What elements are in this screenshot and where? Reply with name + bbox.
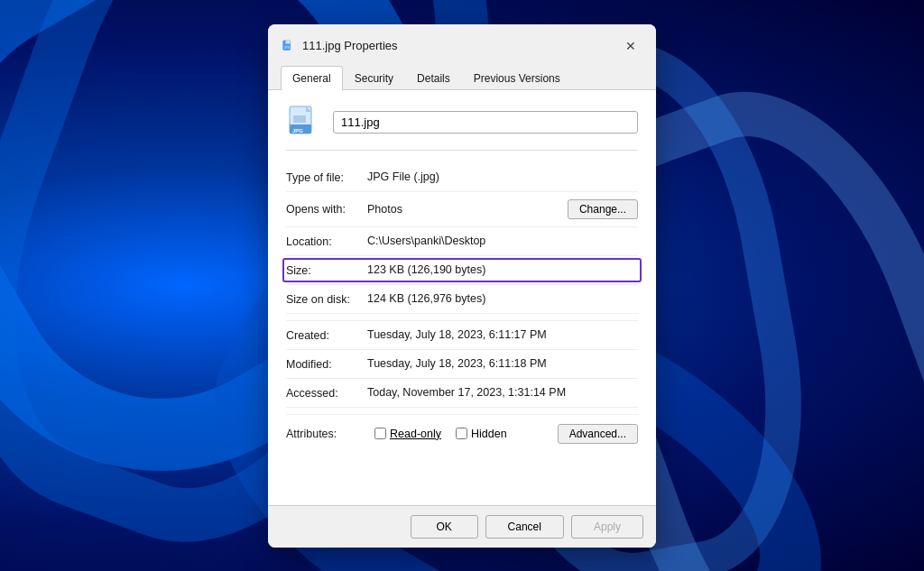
dialog-title: 111.jpg Properties: [302, 39, 398, 52]
size-on-disk-row: Size on disk: 124 KB (126,976 bytes): [286, 285, 638, 314]
type-value: JPG File (.jpg): [367, 170, 638, 184]
hidden-label: Hidden: [471, 428, 507, 440]
size-label: Size:: [286, 263, 367, 277]
location-value: C:\Users\panki\Desktop: [367, 235, 638, 248]
accessed-row: Accessed: Today, November 17, 2023, 1:31…: [286, 379, 638, 408]
type-row: Type of file: JPG File (.jpg): [286, 163, 638, 192]
size-value: 123 KB (126,190 bytes): [367, 263, 638, 277]
title-bar: JPG 111.jpg Properties ✕: [268, 24, 656, 59]
dialog-content: JPG Type of file: JPG File (.jpg) Opens …: [268, 90, 656, 505]
svg-text:JPG: JPG: [284, 45, 291, 49]
created-value: Tuesday, July 18, 2023, 6:11:17 PM: [367, 328, 638, 342]
file-name-input[interactable]: [333, 111, 638, 134]
size-row: Size: 123 KB (126,190 bytes): [286, 256, 638, 285]
created-label: Created:: [286, 328, 367, 342]
opens-with-row: Opens with: Photos Change...: [286, 192, 638, 227]
dialog-footer: OK Cancel Apply: [268, 505, 656, 548]
hidden-checkbox-label[interactable]: Hidden: [456, 428, 507, 440]
advanced-button[interactable]: Advanced...: [558, 424, 638, 444]
hidden-checkbox[interactable]: [456, 428, 467, 439]
size-on-disk-label: Size on disk:: [286, 292, 367, 306]
tab-details[interactable]: Details: [405, 66, 462, 90]
svg-rect-1: [285, 40, 290, 43]
accessed-label: Accessed:: [286, 386, 367, 400]
accessed-value: Today, November 17, 2023, 1:31:14 PM: [367, 386, 638, 400]
close-button[interactable]: ✕: [618, 33, 643, 59]
created-row: Created: Tuesday, July 18, 2023, 6:11:17…: [286, 321, 638, 350]
location-label: Location:: [286, 235, 367, 248]
type-label: Type of file:: [286, 170, 367, 184]
change-button[interactable]: Change...: [568, 199, 638, 219]
modified-value: Tuesday, July 18, 2023, 6:11:18 PM: [367, 357, 638, 371]
cancel-button[interactable]: Cancel: [485, 515, 564, 539]
title-bar-left: JPG 111.jpg Properties: [281, 39, 398, 53]
size-on-disk-value: 124 KB (126,976 bytes): [367, 292, 638, 306]
modified-row: Modified: Tuesday, July 18, 2023, 6:11:1…: [286, 350, 638, 379]
attributes-label: Attributes:: [286, 428, 367, 440]
tab-security[interactable]: Security: [343, 66, 405, 90]
dialog-overlay: JPG 111.jpg Properties ✕ General Securit…: [0, 0, 924, 571]
ok-button[interactable]: OK: [411, 515, 478, 539]
readonly-label: Read-only: [390, 428, 441, 440]
tab-general[interactable]: General: [281, 66, 343, 90]
tabs-bar: General Security Details Previous Versio…: [268, 59, 656, 90]
location-row: Location: C:\Users\panki\Desktop: [286, 227, 638, 256]
opens-with-value: Photos: [367, 203, 568, 216]
apply-button[interactable]: Apply: [571, 515, 643, 539]
section-gap-1: [286, 314, 638, 321]
file-icon: JPG: [286, 105, 322, 141]
properties-dialog: JPG 111.jpg Properties ✕ General Securit…: [268, 24, 656, 548]
svg-rect-7: [293, 115, 306, 123]
readonly-checkbox[interactable]: [374, 428, 386, 439]
dialog-icon: JPG: [281, 39, 295, 53]
section-gap-2: [286, 408, 638, 415]
attributes-controls: Read-only Hidden Advanced...: [374, 424, 638, 444]
readonly-checkbox-label[interactable]: Read-only: [374, 428, 441, 440]
file-header: JPG: [286, 105, 638, 151]
modified-label: Modified:: [286, 357, 367, 371]
attributes-row: Attributes: Read-only Hidden Advanced...: [286, 415, 638, 453]
opens-with-label: Opens with:: [286, 202, 367, 216]
svg-text:JPG: JPG: [292, 128, 303, 134]
tab-previous-versions[interactable]: Previous Versions: [462, 66, 572, 90]
